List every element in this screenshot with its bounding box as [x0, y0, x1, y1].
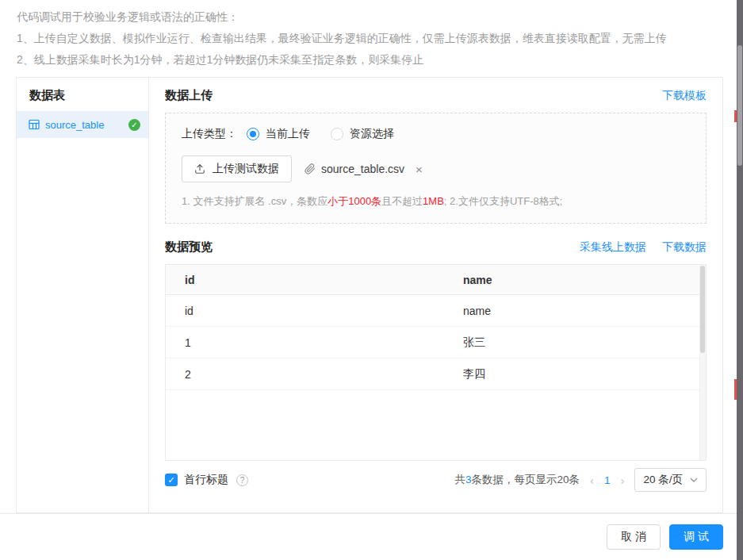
- dialog-footer: 取 消 调 试: [0, 513, 737, 560]
- upload-row: 上传测试数据 source_table.csv ×: [182, 155, 690, 182]
- radio-resource-select-label: 资源选择: [350, 127, 394, 141]
- current-page[interactable]: 1: [604, 474, 611, 486]
- intro-line-2: 1、上传自定义数据、模拟作业运行、检查输出结果，最终验证业务逻辑的正确性，仅需上…: [17, 28, 711, 49]
- data-tables-sidebar: 数据表 source_table ✓: [17, 78, 149, 512]
- table-header-row: id name: [166, 265, 706, 295]
- debug-button[interactable]: 调 试: [669, 524, 723, 550]
- upload-test-data-button[interactable]: 上传测试数据: [182, 155, 292, 182]
- table-header-cell-name: name: [444, 265, 706, 294]
- main-panel: 数据表 source_table ✓ 数据上传 下载模板: [16, 77, 723, 513]
- page-size-select[interactable]: 20 条/页: [634, 468, 707, 492]
- prev-page-icon[interactable]: ‹: [590, 474, 594, 486]
- panel-content: 数据上传 下载模板 上传类型： 当前上传 资源选择: [149, 78, 722, 512]
- intro-line-1: 代码调试用于校验业务逻辑或语法的正确性：: [17, 6, 711, 28]
- table-cell: id: [166, 295, 444, 326]
- first-row-title-checkbox[interactable]: ✓: [165, 474, 178, 486]
- table-cell: 张三: [444, 327, 706, 358]
- collect-online-data-link[interactable]: 采集线上数据: [580, 240, 646, 255]
- table-cell: 李四: [444, 359, 706, 389]
- hint-red-2: 1MB: [423, 195, 444, 207]
- radio-unchecked-icon: [331, 128, 343, 140]
- sidebar-item-label: source_table: [45, 119, 123, 131]
- intro-text: 代码调试用于校验业务逻辑或语法的正确性： 1、上传自定义数据、模拟作业运行、检查…: [17, 6, 711, 71]
- total-suffix: 条数据，每页显示20条: [471, 474, 580, 485]
- upload-hint: 1. 文件支持扩展名 .csv，条数应小于1000条且不超过1MB; 2.文件仅…: [182, 194, 690, 209]
- preview-links: 采集线上数据 下载数据: [580, 240, 707, 255]
- first-row-title-label: 首行标题: [184, 473, 228, 487]
- code-debug-dialog: 代码调试用于校验业务逻辑或语法的正确性： 1、上传自定义数据、模拟作业运行、检查…: [0, 0, 743, 560]
- window-scrollbar[interactable]: [737, 0, 743, 560]
- radio-resource-select[interactable]: 资源选择: [331, 127, 394, 141]
- preview-section-title: 数据预览: [165, 240, 213, 255]
- cancel-button[interactable]: 取 消: [607, 524, 661, 550]
- table-row: 1 张三: [166, 327, 706, 359]
- hint-red-1: 小于1000条: [327, 195, 381, 207]
- success-check-icon: ✓: [128, 119, 140, 131]
- uploaded-file-chip: source_table.csv ×: [304, 163, 423, 175]
- preview-table: id name id name 1 张三 2 李四: [165, 264, 707, 461]
- upload-section-head: 数据上传 下载模板: [165, 88, 707, 103]
- intro-line-3: 2、线上数据采集时长为1分钟，若超过1分钟数据仍未采集至指定条数，则采集停止: [17, 49, 711, 71]
- file-name: source_table.csv: [321, 163, 404, 175]
- preview-section-head: 数据预览 采集线上数据 下载数据: [165, 240, 707, 255]
- upload-section-title: 数据上传: [165, 88, 213, 103]
- help-icon[interactable]: ?: [236, 474, 248, 486]
- page-size-value: 20 条/页: [643, 473, 683, 487]
- radio-current-upload[interactable]: 当前上传: [247, 127, 310, 141]
- total-count-text: 共3条数据，每页显示20条: [454, 473, 580, 487]
- pagination: 共3条数据，每页显示20条 ‹ 1 › 20 条/页: [454, 468, 707, 492]
- table-scrollbar[interactable]: [699, 265, 706, 460]
- table-header-cell-id: id: [166, 265, 444, 294]
- window-scrollbar-handle[interactable]: [737, 45, 742, 166]
- hint-part-2: 且不超过: [381, 195, 423, 207]
- download-template-link[interactable]: 下载模板: [662, 89, 707, 103]
- chevron-down-icon: [690, 478, 698, 482]
- sidebar-title: 数据表: [17, 78, 148, 111]
- next-page-icon[interactable]: ›: [620, 474, 624, 486]
- upload-type-row: 上传类型： 当前上传 资源选择: [182, 127, 690, 141]
- upload-type-label: 上传类型：: [182, 127, 237, 141]
- total-prefix: 共: [454, 474, 465, 485]
- radio-checked-icon: [247, 128, 259, 140]
- table-cell: name: [444, 295, 706, 326]
- upload-test-data-label: 上传测试数据: [213, 162, 279, 176]
- upload-icon: [194, 163, 205, 175]
- radio-current-upload-label: 当前上传: [266, 127, 310, 141]
- table-scrollbar-handle[interactable]: [700, 266, 705, 353]
- first-row-title-control: ✓ 首行标题 ?: [165, 473, 248, 487]
- download-data-link[interactable]: 下载数据: [662, 240, 707, 255]
- table-row: 2 李四: [166, 359, 706, 390]
- table-cell: 1: [166, 327, 444, 358]
- hint-part-3: ; 2.文件仅支持UTF-8格式;: [444, 195, 563, 207]
- table-footer: ✓ 首行标题 ? 共3条数据，每页显示20条 ‹ 1 › 20 条/页: [165, 468, 707, 492]
- sidebar-item-source-table[interactable]: source_table ✓: [17, 111, 148, 138]
- table-cell: 2: [166, 359, 444, 389]
- upload-box: 上传类型： 当前上传 资源选择: [165, 113, 707, 224]
- table-icon: [29, 119, 40, 130]
- paperclip-icon: [304, 163, 316, 175]
- hint-part-1: 1. 文件支持扩展名 .csv，条数应: [182, 195, 327, 207]
- remove-file-icon[interactable]: ×: [416, 163, 423, 175]
- table-row: id name: [166, 295, 706, 327]
